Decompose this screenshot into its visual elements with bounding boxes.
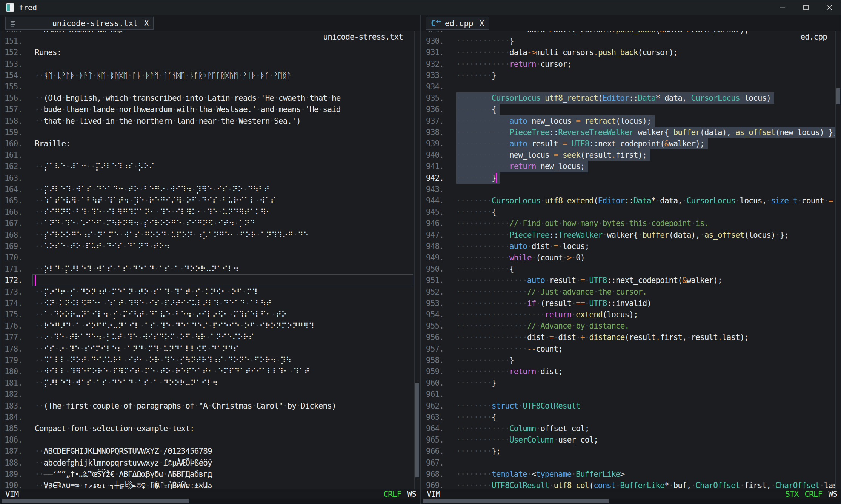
editor-mode-indicator: VIM bbox=[427, 489, 440, 499]
line-154: 154.··ᚻᛖ·ᚳᚹᚫᚦ·ᚦᚫᛏ·ᚻᛖ·ᛒᚢᛞᛖ·ᚩᚾ·ᚦᚫᛗ·ᛚᚪᚾᛞᛖ·ᚾ… bbox=[0, 70, 414, 81]
line-969: 969.········UTF8ColResult·utf8_col(const… bbox=[421, 480, 835, 489]
line-159: 159. bbox=[0, 127, 414, 138]
left-text-area[interactable]: unicode-stress.txt 150.··እግርህን·በፍራሽህ·ልክ·… bbox=[0, 31, 414, 489]
line-176: 176.··⠗⠑⠛⠜⠙·⠁·⠊⠕⠋⠋⠔⠤⠝⠁⠊⠇·⠁⠎·⠹⠑·⠙⠑⠁⠙⠑⠌·⠏⠊… bbox=[0, 320, 414, 332]
line-960: 960.········} bbox=[421, 377, 835, 389]
line-942: 942.········} bbox=[421, 172, 835, 184]
line-156: 156.··(Old·English,·which·transcribed·in… bbox=[0, 92, 414, 104]
selection-mode-badge[interactable]: STX bbox=[785, 489, 798, 499]
line-940: 940.············new_locus·=·seek(result.… bbox=[421, 149, 835, 161]
lock-icon[interactable] bbox=[725, 489, 761, 504]
line-178: 178.··⠊⠎·⠔·⠹⠑·⠎⠊⠍⠊⠇⠑⠆·⠁⠝⠙·⠍⠹·⠥⠝⠙⠁⠇⠇⠪⠫·⠙⠁… bbox=[0, 343, 414, 355]
eol-mode-badge[interactable]: CRLF bbox=[805, 489, 823, 499]
editor-mode-indicator: VIM bbox=[5, 489, 18, 499]
left-vertical-scrollbar[interactable] bbox=[414, 31, 420, 489]
line-966: 966.········}; bbox=[421, 446, 835, 457]
line-933: 933.········} bbox=[421, 70, 835, 81]
line-945: 945.········{ bbox=[421, 206, 835, 218]
right-tab-bar: C++ ed.cpp X bbox=[421, 15, 841, 31]
line-167: 167.··⠁⠝⠙·⠹⠑·⠡⠊⠑⠋·⠍⠳⠗⠝⠻⠲·⡎⠊⠗⠕⠕⠛⠑·⠎⠊⠛⠝⠫·⠊… bbox=[0, 218, 414, 229]
left-status-bar: VIM 22px Ln 172, Col 1 (83.90%) CRLF WS bbox=[0, 489, 420, 499]
lock-icon[interactable] bbox=[304, 489, 340, 504]
line-947: 947.············PieceTree::TreeWalker·wa… bbox=[421, 229, 835, 241]
line-936: 936.········{ bbox=[421, 104, 835, 115]
line-934: 934. bbox=[421, 81, 835, 92]
line-951: 951.················auto·result·=·UTF8::… bbox=[421, 275, 835, 286]
line-161: 161. bbox=[0, 149, 414, 161]
line-946: 946.············//·Find·out·how·many·byt… bbox=[421, 218, 835, 229]
line-944: 944.········CursorLocus·utf8_extend(Edit… bbox=[421, 195, 835, 206]
line-163: 163. bbox=[0, 172, 414, 184]
whitespace-badge[interactable]: WS bbox=[829, 489, 838, 499]
left-horizontal-scroll-thumb[interactable] bbox=[2, 499, 189, 503]
maximize-button[interactable] bbox=[794, 0, 818, 15]
line-937: 937.············auto·new_locus·=·retract… bbox=[421, 115, 835, 127]
line-962: 962.········struct·UTF8ColResult bbox=[421, 400, 835, 412]
minimize-button[interactable] bbox=[771, 0, 794, 15]
close-button[interactable] bbox=[818, 0, 841, 15]
line-164: 164.··⡍⠜⠇⠑⠹·⠺⠁⠎·⠙⠑⠁⠙⠒·⠞⠕·⠃⠑⠛⠔·⠺⠊⠹⠲·⡹⠻⠑·⠊… bbox=[0, 184, 414, 195]
line-935: 935.········CursorLocus·utf8_retract(Edi… bbox=[421, 92, 835, 104]
line-190: 190.··∀∂∈ℝ∧∪≡∞·↑↗↨↻⇣·┐┼╔╘░►☺♀·ﬁ�⑀₂ἠḂӥẄɐː… bbox=[0, 480, 414, 489]
selection-highlight: ············return·new_locus; bbox=[456, 161, 588, 172]
line-182: 182. bbox=[0, 389, 414, 400]
line-965: 965.············UserColumn·user_col; bbox=[421, 434, 835, 446]
line-185: 185.Compact·font·selection·example·text: bbox=[0, 423, 414, 434]
line-932: 932.············return·cursor; bbox=[421, 58, 835, 70]
line-160: 160.Braille: bbox=[0, 138, 414, 149]
line-186: 186. bbox=[0, 434, 414, 446]
line-958: 958.············} bbox=[421, 355, 835, 366]
right-vertical-scroll-thumb[interactable] bbox=[836, 88, 840, 104]
text-cursor bbox=[35, 275, 36, 286]
line-162: 162.··⡌⠁⠧⠑·⠼⠁⠒··⡍⠜⠇⠑⠹⠰⠎·⡣⠕⠌ bbox=[0, 161, 414, 172]
tab-label: ed.cpp bbox=[445, 19, 474, 28]
line-957: 957.················--count; bbox=[421, 343, 835, 355]
status-badges: CRLF WS bbox=[384, 489, 416, 499]
line-189: 189.··–—‘“”„†•…‰™œŠŸž€·ΑΒΓΔΩαβγδω·АБВГДа… bbox=[0, 469, 414, 480]
line-171: 171.··⡕⠇⠙·⡍⠜⠇⠑⠹·⠺⠁⠎·⠁⠎·⠙⠑⠁⠙·⠁⠎·⠁·⠙⠕⠕⠗⠤⠝⠁… bbox=[0, 263, 414, 275]
right-pane: C++ ed.cpp X ed.cpp 929.················… bbox=[421, 15, 841, 504]
line-166: 166.··⠎⠊⠛⠝⠫·⠃⠹·⠹⠑·⠊⠇⠻⠛⠹⠍⠁⠝⠂·⠹⠑·⠊⠇⠻⠅⠂·⠹⠑·… bbox=[0, 206, 414, 218]
line-943: 943. bbox=[421, 184, 835, 195]
tab-ed-cpp[interactable]: C++ ed.cpp X bbox=[426, 17, 489, 30]
line-183: 183.··(The·first·couple·of·paragraphs·of… bbox=[0, 400, 414, 412]
status-badges: STX CRLF WS bbox=[785, 489, 837, 499]
line-939: 939.············auto·result·=·UTF8::next… bbox=[421, 138, 835, 149]
line-959: 959.············return·dist; bbox=[421, 366, 835, 377]
line-169: 169.··⠡⠕⠎⠑·⠞⠕·⠏⠥⠞·⠙⠊⠎·⠙⠁⠝⠙·⠞⠕⠲ bbox=[0, 241, 414, 252]
tab-close-button[interactable]: X bbox=[480, 19, 484, 28]
right-text-area[interactable]: ed.cpp 929.················data->multi_c… bbox=[421, 31, 835, 489]
tab-close-button[interactable]: X bbox=[144, 19, 149, 28]
eol-mode-badge[interactable]: CRLF bbox=[384, 489, 401, 499]
whitespace-badge[interactable]: WS bbox=[407, 489, 417, 499]
line-184: 184. bbox=[0, 412, 414, 423]
tab-unicode-stress-txt[interactable]: unicode-stress.txt X bbox=[5, 17, 154, 30]
selection-highlight: ············new_locus·=·seek(result.firs… bbox=[456, 149, 650, 161]
line-175: 175.··⠁·⠙⠕⠕⠗⠤⠝⠁⠊⠇⠲·⡊·⠍⠊⠣⠞·⠙⠁⠧⠑·⠃⠑⠲·⠔⠊⠇⠔⠫… bbox=[0, 309, 414, 320]
line-963: 963.········{ bbox=[421, 412, 835, 423]
left-pane: unicode-stress.txt X unicode-stress.txt … bbox=[0, 15, 420, 504]
cursor-position-info: 22px Ln 942, Col 10 (11.09%) (361 select… bbox=[529, 489, 761, 504]
window-controls bbox=[771, 0, 841, 15]
line-955: 955.················//·Advance·by·distan… bbox=[421, 320, 835, 332]
overlay-filename: unicode-stress.txt bbox=[323, 32, 403, 41]
line-180: 180.··⠺⠊⠇⠇·⠹⠻⠑⠋⠕⠗⠑·⠏⠻⠍⠊⠞·⠍⠑·⠞⠕·⠗⠑⠏⠑⠁⠞⠂·⠑… bbox=[0, 366, 414, 377]
app-icon bbox=[6, 3, 14, 12]
selection-highlight: ············auto·new_locus·=·retract(loc… bbox=[456, 115, 655, 127]
cpp-file-icon: C++ bbox=[431, 19, 441, 28]
line-948: 948.············auto·dist·=·locus; bbox=[421, 241, 835, 252]
line-157: 157.··bude·thaem·lande·northweardum·with… bbox=[0, 104, 414, 115]
line-188: 188.··abcdefghijklmnopqrstuvwxyz·£©µÀÆÖÞ… bbox=[0, 457, 414, 469]
line-170: 170. bbox=[0, 252, 414, 263]
pane-splitter[interactable] bbox=[420, 15, 421, 504]
left-vertical-scroll-thumb[interactable] bbox=[415, 383, 419, 477]
line-938: 938.············PieceTree::ReverseTreeWa… bbox=[421, 127, 835, 138]
line-949: 949.············while·(count·>·0) bbox=[421, 252, 835, 263]
cursor-position-info: 22px Ln 172, Col 1 (83.90%) bbox=[179, 489, 340, 504]
selection-highlight: ············auto·result·=·UTF8::next_cod… bbox=[456, 138, 708, 149]
line-954: 954.····················return·extend(lo… bbox=[421, 309, 835, 320]
line-158: 158.··that·he·lived·in·the·northern·land… bbox=[0, 115, 414, 127]
right-vertical-scrollbar[interactable] bbox=[835, 31, 841, 489]
line-181: 181.··⡍⠜⠇⠑⠹·⠺⠁⠎·⠁⠎·⠙⠑⠁⠙·⠁⠎·⠁·⠙⠕⠕⠗⠤⠝⠁⠊⠇⠲ bbox=[0, 377, 414, 389]
line-956: 956.················dist·=·dist·+·distan… bbox=[421, 332, 835, 343]
